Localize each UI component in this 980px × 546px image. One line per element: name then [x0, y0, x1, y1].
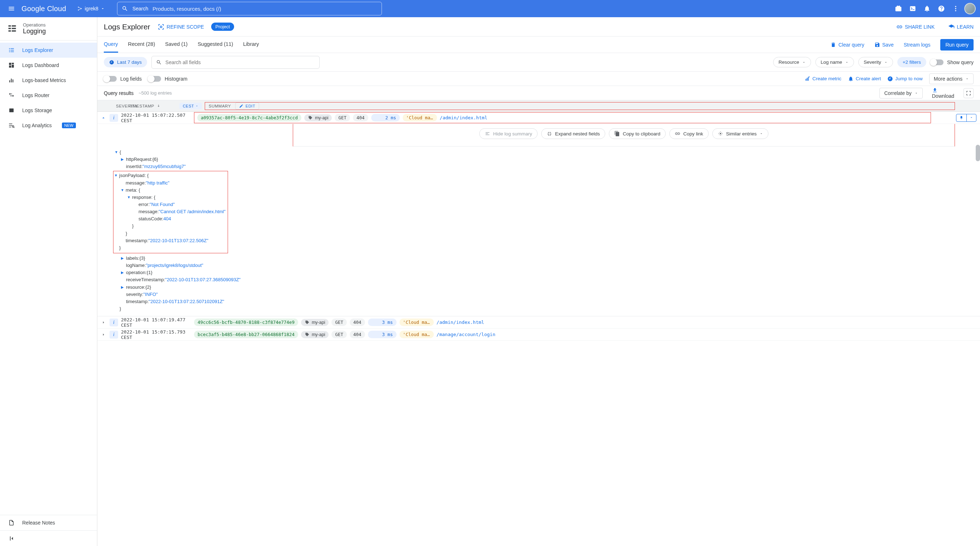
jump-to-now[interactable]: Jump to now [887, 76, 923, 82]
row-summary: bcec3af5-b485-46e8-bb27-0664868f1824 my-… [194, 330, 980, 338]
svg-rect-26 [9, 109, 14, 112]
svg-rect-37 [486, 133, 488, 134]
severity-badge[interactable]: i [110, 330, 118, 338]
nav-logs-router[interactable]: Logs Router [0, 88, 97, 103]
pin-button[interactable] [956, 114, 967, 121]
nav-logs-metrics[interactable]: Logs-based Metrics [0, 73, 97, 88]
tab-recent[interactable]: Recent (28) [128, 37, 155, 53]
svg-rect-23 [9, 80, 10, 82]
trace-id[interactable]: 49cc6c56-bcfb-4870-8188-c3f874e774e9 [194, 318, 298, 326]
svg-point-39 [720, 133, 721, 134]
app-chip[interactable]: my-api [301, 331, 329, 338]
project-picker[interactable]: igrek8 [73, 3, 108, 14]
tab-saved[interactable]: Saved (1) [165, 37, 188, 53]
copy-link[interactable]: Copy link [669, 128, 709, 139]
run-query[interactable]: Run query [940, 39, 974, 51]
tab-query[interactable]: Query [104, 37, 118, 53]
logname-filter[interactable]: Log name [815, 57, 854, 67]
nav-release-notes[interactable]: Release Notes [0, 515, 97, 530]
nav-logs-dashboard[interactable]: Logs Dashboard [0, 57, 97, 73]
timezone-chip[interactable]: CEST [179, 103, 202, 109]
nav-logs-storage[interactable]: Logs Storage [0, 103, 97, 118]
tab-suggested[interactable]: Suggested (11) [197, 37, 233, 53]
search-icon [122, 5, 128, 12]
svg-point-6 [955, 10, 956, 11]
row-expander[interactable] [97, 320, 110, 325]
tab-library[interactable]: Library [243, 37, 259, 53]
create-alert[interactable]: Create alert [848, 76, 881, 82]
hide-summary[interactable]: Hide log summary [479, 128, 538, 139]
search-input[interactable] [153, 6, 377, 12]
svg-rect-25 [13, 80, 13, 82]
row-expander[interactable] [97, 115, 110, 120]
more-actions[interactable]: More actions [929, 73, 974, 84]
copy-clipboard[interactable]: Copy to clipboard [609, 128, 666, 139]
app-chip[interactable]: my-api [301, 319, 329, 326]
svg-rect-8 [12, 26, 16, 27]
table-row: i 2022-10-01 15:07:22.507 CEST a09357ac-… [97, 112, 980, 124]
status-chip[interactable]: 404 [353, 114, 368, 121]
help-icon[interactable] [934, 2, 948, 16]
trace-id[interactable]: a09357ac-80f5-4e19-8c7c-4abe3f2f3ccd [197, 114, 301, 121]
more-icon[interactable] [948, 2, 963, 16]
svg-rect-12 [12, 30, 16, 32]
pin-group [956, 114, 977, 122]
learn[interactable]: LEARN [948, 24, 974, 30]
svg-rect-28 [9, 125, 12, 126]
gift-icon[interactable] [891, 2, 905, 16]
stream-logs[interactable]: Stream logs [904, 42, 931, 48]
global-search[interactable]: Search [117, 2, 382, 15]
latency-chip[interactable]: 2 ms [371, 114, 400, 121]
col-summary: SUMMARY EDIT [205, 102, 955, 110]
logo[interactable]: Google Cloud [21, 5, 66, 13]
col-timestamp[interactable]: TIMESTAMP CEST [129, 103, 205, 109]
svg-rect-10 [12, 28, 16, 29]
edit-summary[interactable]: EDIT [235, 102, 259, 110]
svg-rect-13 [9, 48, 10, 49]
avatar[interactable] [964, 3, 976, 14]
clear-query[interactable]: Clear query [830, 42, 864, 48]
menu-icon[interactable] [4, 2, 19, 16]
row-expander[interactable] [97, 332, 110, 337]
save-query[interactable]: Save [874, 42, 894, 48]
time-range-chip[interactable]: Last 7 days [104, 57, 147, 67]
col-severity[interactable]: SEVERITY [110, 104, 129, 108]
nav-logs-explorer[interactable]: Logs Explorer [0, 43, 97, 57]
severity-badge[interactable]: i [110, 114, 118, 122]
refine-scope[interactable]: REFINE SCOPE [158, 23, 204, 30]
share-link[interactable]: SHARE LINK [896, 24, 935, 30]
pin-menu[interactable] [967, 114, 976, 121]
trace-id[interactable]: bcec3af5-b485-46e8-bb27-0664868f1824 [194, 330, 298, 338]
table-header: SEVERITY TIMESTAMP CEST SUMMARY EDIT [97, 100, 980, 112]
scrollbar[interactable] [976, 145, 980, 161]
fullscreen-icon[interactable] [964, 88, 974, 98]
histogram-toggle[interactable]: Histogram [148, 76, 188, 82]
more-filters[interactable]: +2 filters [897, 57, 926, 67]
resource-filter[interactable]: Resource [773, 57, 811, 67]
severity-badge[interactable]: i [110, 318, 118, 326]
msg-chip[interactable]: 'Cloud mappi… [402, 114, 437, 121]
nav-log-analytics[interactable]: Log AnalyticsNEW [0, 118, 97, 133]
scope-chip[interactable]: Project [211, 22, 234, 31]
app-chip[interactable]: my-api [304, 114, 332, 121]
correlate-by[interactable]: Correlate by [880, 88, 923, 99]
create-metric[interactable]: Create metric [805, 76, 842, 82]
bell-icon[interactable] [920, 2, 934, 16]
method-chip[interactable]: GET [335, 114, 350, 121]
path: /admin/index.html [440, 115, 487, 120]
search-fields[interactable] [151, 56, 320, 69]
timestamp: 2022-10-01 15:07:22.507 CEST [121, 112, 194, 123]
similar-entries[interactable]: Similar entries [712, 128, 769, 139]
download[interactable]: Download [932, 88, 954, 99]
svg-rect-16 [11, 50, 14, 51]
log-fields-toggle[interactable]: Log fields [104, 76, 142, 82]
show-query-toggle[interactable]: Show query [931, 59, 974, 65]
svg-rect-17 [9, 51, 10, 52]
expand-nested[interactable]: Expand nested fields [541, 128, 605, 139]
page-title: Logs Explorer [104, 22, 150, 31]
cloud-shell-icon[interactable] [905, 2, 920, 16]
nav-collapse[interactable] [0, 530, 97, 546]
severity-filter[interactable]: Severity [858, 57, 893, 67]
svg-rect-20 [12, 63, 14, 64]
tabs-row: Query Recent (28) Saved (1) Suggested (1… [97, 37, 980, 53]
